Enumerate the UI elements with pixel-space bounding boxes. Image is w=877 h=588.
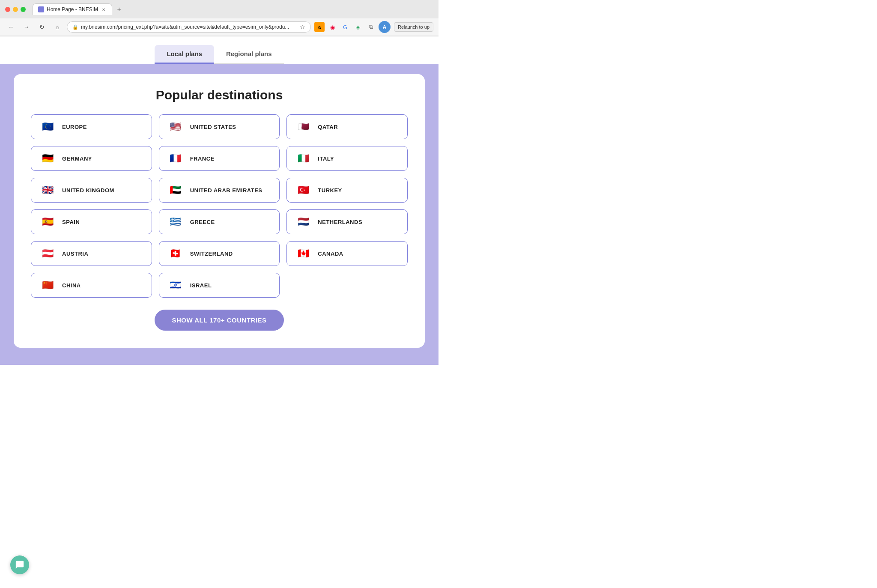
destination-name: UNITED KINGDOM — [62, 187, 114, 194]
relaunch-button[interactable]: Relaunch to up — [394, 22, 433, 32]
destination-item[interactable]: 🇬🇷GREECE — [159, 209, 280, 234]
lock-icon: 🔒 — [72, 24, 78, 30]
nav-bar: ← → ↻ ⌂ 🔒 my.bnesim.com/pricing_ext.php?… — [0, 18, 438, 36]
destination-name: TURKEY — [318, 187, 342, 194]
destination-name: NETHERLANDS — [318, 219, 362, 225]
tab-bar: Home Page - BNESIM ✕ + — [33, 3, 124, 15]
flag-icon: 🇳🇱 — [295, 216, 312, 228]
tab-title: Home Page - BNESIM — [47, 6, 98, 12]
flag-icon: 🇪🇺 — [39, 121, 56, 133]
browser-tab[interactable]: Home Page - BNESIM ✕ — [33, 3, 112, 15]
destination-name: EUROPE — [62, 124, 87, 130]
destination-item[interactable]: 🇦🇹AUSTRIA — [31, 241, 152, 266]
destination-name: SWITZERLAND — [190, 251, 233, 257]
plan-tabs-section: Local plans Regional plans — [0, 36, 438, 64]
destination-item[interactable]: 🇹🇷TURKEY — [286, 178, 408, 203]
bookmark-icon[interactable]: ☆ — [300, 24, 305, 30]
tab-local-plans[interactable]: Local plans — [155, 45, 214, 64]
flag-icon: 🇪🇸 — [39, 216, 56, 228]
destination-name: GREECE — [190, 219, 215, 225]
close-button[interactable] — [5, 7, 10, 12]
destination-item[interactable]: 🇶🇦QATAR — [286, 114, 408, 139]
tab-favicon — [38, 6, 44, 12]
page-title: Popular destinations — [31, 88, 408, 102]
grid-filler — [286, 273, 408, 298]
destination-item[interactable]: 🇪🇸SPAIN — [31, 209, 152, 234]
destination-item[interactable]: 🇮🇹ITALY — [286, 146, 408, 171]
destination-name: QATAR — [318, 124, 338, 130]
flag-icon: 🇦🇪 — [167, 184, 184, 196]
ext-translate-icon[interactable]: G — [340, 22, 350, 32]
destination-item[interactable]: 🇨🇦CANADA — [286, 241, 408, 266]
destination-item[interactable]: 🇩🇪GERMANY — [31, 146, 152, 171]
flag-icon: 🇨🇭 — [167, 248, 184, 260]
tab-regional-plans[interactable]: Regional plans — [214, 45, 284, 64]
destination-item[interactable]: 🇨🇭SWITZERLAND — [159, 241, 280, 266]
destinations-grid: 🇪🇺EUROPE🇺🇸UNITED STATES🇶🇦QATAR🇩🇪GERMANY🇫… — [31, 114, 408, 298]
destination-name: AUSTRIA — [62, 251, 88, 257]
destination-item[interactable]: 🇦🇪UNITED ARAB EMIRATES — [159, 178, 280, 203]
flag-icon: 🇫🇷 — [167, 152, 184, 164]
address-bar[interactable]: 🔒 my.bnesim.com/pricing_ext.php?a=site&u… — [67, 21, 311, 33]
title-bar: Home Page - BNESIM ✕ + — [0, 0, 438, 18]
profile-icon[interactable]: A — [379, 21, 391, 33]
destination-name: UNITED ARAB EMIRATES — [190, 187, 263, 194]
home-button[interactable]: ⌂ — [51, 21, 63, 33]
url-text: my.bnesim.com/pricing_ext.php?a=site&utm… — [81, 24, 297, 30]
ext-privacy-icon[interactable]: ◈ — [353, 22, 363, 32]
flag-icon: 🇦🇹 — [39, 248, 56, 260]
destination-item[interactable]: 🇮🇱ISRAEL — [159, 273, 280, 298]
flag-icon: 🇨🇳 — [39, 279, 56, 291]
maximize-button[interactable] — [21, 7, 26, 12]
browser-extensions: a ◉ G ◈ ⧉ A — [314, 21, 391, 33]
destination-item[interactable]: 🇫🇷FRANCE — [159, 146, 280, 171]
destinations-card: Popular destinations 🇪🇺EUROPE🇺🇸UNITED ST… — [14, 74, 425, 348]
destination-item[interactable]: 🇬🇧UNITED KINGDOM — [31, 178, 152, 203]
back-button[interactable]: ← — [5, 21, 17, 33]
page-content: Local plans Regional plans Popular desti… — [0, 36, 438, 365]
traffic-lights — [5, 7, 26, 12]
main-background: Popular destinations 🇪🇺EUROPE🇺🇸UNITED ST… — [0, 64, 438, 365]
destination-item[interactable]: 🇪🇺EUROPE — [31, 114, 152, 139]
destination-item[interactable]: 🇳🇱NETHERLANDS — [286, 209, 408, 234]
flag-icon: 🇬🇧 — [39, 184, 56, 196]
flag-icon: 🇺🇸 — [167, 121, 184, 133]
ext-amazon-icon[interactable]: a — [314, 22, 325, 32]
ext-opera-icon[interactable]: ◉ — [327, 22, 337, 32]
destination-name: UNITED STATES — [190, 124, 236, 130]
flag-icon: 🇬🇷 — [167, 216, 184, 228]
flag-icon: 🇹🇷 — [295, 184, 312, 196]
flag-icon: 🇨🇦 — [295, 248, 312, 260]
show-all-button[interactable]: SHOW ALL 170+ COUNTRIES — [155, 310, 283, 331]
browser-chrome: Home Page - BNESIM ✕ + ← → ↻ ⌂ 🔒 my.bnes… — [0, 0, 438, 36]
ext-extensions-icon[interactable]: ⧉ — [366, 22, 376, 32]
forward-button[interactable]: → — [21, 21, 33, 33]
destination-item[interactable]: 🇨🇳CHINA — [31, 273, 152, 298]
tab-close-button[interactable]: ✕ — [101, 6, 107, 12]
flag-icon: 🇩🇪 — [39, 152, 56, 164]
flag-icon: 🇮🇹 — [295, 152, 312, 164]
destination-name: SPAIN — [62, 219, 80, 225]
destination-name: ISRAEL — [190, 282, 212, 289]
destination-name: CANADA — [318, 251, 343, 257]
flag-icon: 🇶🇦 — [295, 121, 312, 133]
flag-icon: 🇮🇱 — [167, 279, 184, 291]
destination-name: GERMANY — [62, 155, 92, 162]
destination-name: FRANCE — [190, 155, 215, 162]
plan-tabs: Local plans Regional plans — [155, 45, 283, 64]
new-tab-button[interactable]: + — [114, 4, 124, 15]
destination-name: ITALY — [318, 155, 334, 162]
destination-item[interactable]: 🇺🇸UNITED STATES — [159, 114, 280, 139]
destination-name: CHINA — [62, 282, 81, 289]
reload-button[interactable]: ↻ — [36, 21, 48, 33]
minimize-button[interactable] — [13, 7, 18, 12]
